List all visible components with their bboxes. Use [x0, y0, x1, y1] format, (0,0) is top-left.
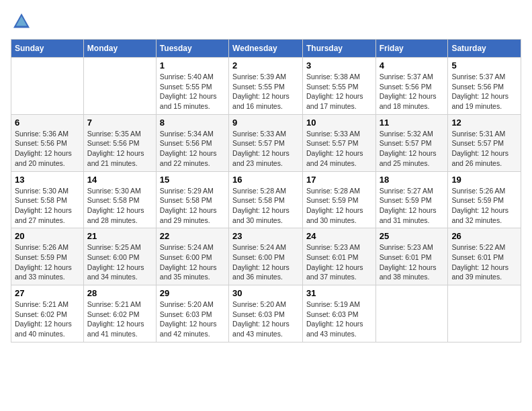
day-number: 22 [160, 231, 225, 241]
day-info: Sunrise: 5:26 AM Sunset: 5:59 PM Dayligh… [15, 242, 80, 282]
day-info: Sunrise: 5:39 AM Sunset: 5:55 PM Dayligh… [232, 72, 299, 111]
calendar-cell: 20Sunrise: 5:26 AM Sunset: 5:59 PM Dayli… [11, 228, 84, 285]
page-header [11, 11, 521, 32]
day-info: Sunrise: 5:19 AM Sunset: 6:03 PM Dayligh… [306, 300, 372, 339]
calendar-cell [448, 285, 521, 342]
day-number: 1 [160, 60, 225, 71]
day-info: Sunrise: 5:34 AM Sunset: 5:56 PM Dayligh… [160, 129, 225, 169]
day-info: Sunrise: 5:35 AM Sunset: 5:56 PM Dayligh… [87, 129, 152, 169]
day-info: Sunrise: 5:40 AM Sunset: 5:55 PM Dayligh… [160, 72, 225, 111]
day-info: Sunrise: 5:33 AM Sunset: 5:57 PM Dayligh… [306, 129, 372, 169]
day-number: 19 [451, 175, 517, 185]
day-number: 16 [232, 175, 299, 185]
day-info: Sunrise: 5:28 AM Sunset: 5:58 PM Dayligh… [232, 186, 299, 226]
calendar-cell: 4Sunrise: 5:37 AM Sunset: 5:56 PM Daylig… [375, 58, 448, 115]
day-number: 26 [451, 231, 517, 241]
day-number: 9 [232, 118, 299, 128]
calendar-week-4: 20Sunrise: 5:26 AM Sunset: 5:59 PM Dayli… [11, 228, 521, 285]
day-number: 10 [306, 118, 372, 128]
calendar-cell: 25Sunrise: 5:23 AM Sunset: 6:01 PM Dayli… [375, 228, 448, 285]
day-number: 2 [232, 60, 299, 71]
day-info: Sunrise: 5:30 AM Sunset: 5:58 PM Dayligh… [87, 186, 152, 226]
day-number: 7 [87, 118, 152, 128]
day-info: Sunrise: 5:25 AM Sunset: 6:00 PM Dayligh… [87, 242, 152, 282]
calendar-week-5: 27Sunrise: 5:21 AM Sunset: 6:02 PM Dayli… [11, 285, 521, 342]
day-info: Sunrise: 5:21 AM Sunset: 6:02 PM Dayligh… [87, 300, 152, 339]
day-number: 6 [15, 118, 80, 128]
day-number: 25 [380, 231, 445, 241]
day-number: 31 [306, 288, 372, 298]
calendar-cell: 6Sunrise: 5:36 AM Sunset: 5:56 PM Daylig… [11, 114, 84, 171]
calendar-cell: 3Sunrise: 5:38 AM Sunset: 5:55 PM Daylig… [302, 58, 375, 115]
header-thursday: Thursday [302, 40, 375, 58]
day-number: 15 [160, 175, 225, 185]
logo-icon [11, 11, 32, 32]
day-info: Sunrise: 5:27 AM Sunset: 5:59 PM Dayligh… [380, 186, 445, 226]
calendar-cell: 29Sunrise: 5:20 AM Sunset: 6:03 PM Dayli… [156, 285, 228, 342]
calendar-cell: 17Sunrise: 5:28 AM Sunset: 5:59 PM Dayli… [302, 171, 375, 228]
calendar-cell: 1Sunrise: 5:40 AM Sunset: 5:55 PM Daylig… [156, 58, 228, 115]
calendar-cell: 9Sunrise: 5:33 AM Sunset: 5:57 PM Daylig… [229, 114, 303, 171]
day-number: 4 [380, 60, 445, 71]
day-info: Sunrise: 5:38 AM Sunset: 5:55 PM Dayligh… [306, 72, 372, 111]
calendar-cell: 7Sunrise: 5:35 AM Sunset: 5:56 PM Daylig… [83, 114, 156, 171]
calendar-cell: 13Sunrise: 5:30 AM Sunset: 5:58 PM Dayli… [11, 171, 84, 228]
day-number: 21 [87, 231, 152, 241]
day-number: 13 [15, 175, 80, 185]
day-info: Sunrise: 5:37 AM Sunset: 5:56 PM Dayligh… [380, 72, 445, 111]
calendar-cell: 21Sunrise: 5:25 AM Sunset: 6:00 PM Dayli… [83, 228, 156, 285]
day-info: Sunrise: 5:29 AM Sunset: 5:58 PM Dayligh… [160, 186, 225, 226]
day-number: 28 [87, 288, 152, 298]
calendar-cell: 15Sunrise: 5:29 AM Sunset: 5:58 PM Dayli… [156, 171, 228, 228]
calendar-cell: 26Sunrise: 5:22 AM Sunset: 6:01 PM Dayli… [448, 228, 521, 285]
calendar-cell: 23Sunrise: 5:24 AM Sunset: 6:00 PM Dayli… [229, 228, 303, 285]
header-tuesday: Tuesday [156, 40, 228, 58]
day-info: Sunrise: 5:24 AM Sunset: 6:00 PM Dayligh… [232, 242, 299, 282]
header-sunday: Sunday [11, 40, 84, 58]
calendar-cell: 28Sunrise: 5:21 AM Sunset: 6:02 PM Dayli… [83, 285, 156, 342]
calendar-week-2: 6Sunrise: 5:36 AM Sunset: 5:56 PM Daylig… [11, 114, 521, 171]
calendar-cell: 24Sunrise: 5:23 AM Sunset: 6:01 PM Dayli… [302, 228, 375, 285]
day-number: 18 [380, 175, 445, 185]
header-wednesday: Wednesday [229, 40, 303, 58]
day-info: Sunrise: 5:23 AM Sunset: 6:01 PM Dayligh… [306, 242, 372, 282]
day-info: Sunrise: 5:37 AM Sunset: 5:56 PM Dayligh… [451, 72, 517, 111]
day-number: 8 [160, 118, 225, 128]
calendar-cell: 5Sunrise: 5:37 AM Sunset: 5:56 PM Daylig… [448, 58, 521, 115]
day-info: Sunrise: 5:30 AM Sunset: 5:58 PM Dayligh… [15, 186, 80, 226]
calendar-cell [83, 58, 156, 115]
calendar-cell: 16Sunrise: 5:28 AM Sunset: 5:58 PM Dayli… [229, 171, 303, 228]
day-number: 11 [380, 118, 445, 128]
day-number: 14 [87, 175, 152, 185]
logo [11, 11, 35, 32]
day-info: Sunrise: 5:32 AM Sunset: 5:57 PM Dayligh… [380, 129, 445, 169]
calendar-cell: 12Sunrise: 5:31 AM Sunset: 5:57 PM Dayli… [448, 114, 521, 171]
day-number: 30 [232, 288, 299, 298]
day-number: 5 [451, 60, 517, 71]
header-friday: Friday [375, 40, 448, 58]
day-info: Sunrise: 5:36 AM Sunset: 5:56 PM Dayligh… [15, 129, 80, 169]
day-number: 23 [232, 231, 299, 241]
calendar-week-3: 13Sunrise: 5:30 AM Sunset: 5:58 PM Dayli… [11, 171, 521, 228]
calendar: SundayMondayTuesdayWednesdayThursdayFrid… [11, 39, 521, 342]
day-info: Sunrise: 5:24 AM Sunset: 6:00 PM Dayligh… [160, 242, 225, 282]
header-saturday: Saturday [448, 40, 521, 58]
calendar-cell: 31Sunrise: 5:19 AM Sunset: 6:03 PM Dayli… [302, 285, 375, 342]
calendar-week-1: 1Sunrise: 5:40 AM Sunset: 5:55 PM Daylig… [11, 58, 521, 115]
calendar-cell [375, 285, 448, 342]
header-monday: Monday [83, 40, 156, 58]
day-info: Sunrise: 5:22 AM Sunset: 6:01 PM Dayligh… [451, 242, 517, 282]
calendar-header-row: SundayMondayTuesdayWednesdayThursdayFrid… [11, 40, 521, 58]
calendar-cell: 2Sunrise: 5:39 AM Sunset: 5:55 PM Daylig… [229, 58, 303, 115]
calendar-cell [11, 58, 84, 115]
day-number: 27 [15, 288, 80, 298]
calendar-cell: 14Sunrise: 5:30 AM Sunset: 5:58 PM Dayli… [83, 171, 156, 228]
day-info: Sunrise: 5:21 AM Sunset: 6:02 PM Dayligh… [15, 300, 80, 339]
day-number: 12 [451, 118, 517, 128]
day-number: 17 [306, 175, 372, 185]
day-number: 24 [306, 231, 372, 241]
calendar-cell: 11Sunrise: 5:32 AM Sunset: 5:57 PM Dayli… [375, 114, 448, 171]
day-info: Sunrise: 5:20 AM Sunset: 6:03 PM Dayligh… [160, 300, 225, 339]
calendar-cell: 10Sunrise: 5:33 AM Sunset: 5:57 PM Dayli… [302, 114, 375, 171]
calendar-cell: 8Sunrise: 5:34 AM Sunset: 5:56 PM Daylig… [156, 114, 228, 171]
